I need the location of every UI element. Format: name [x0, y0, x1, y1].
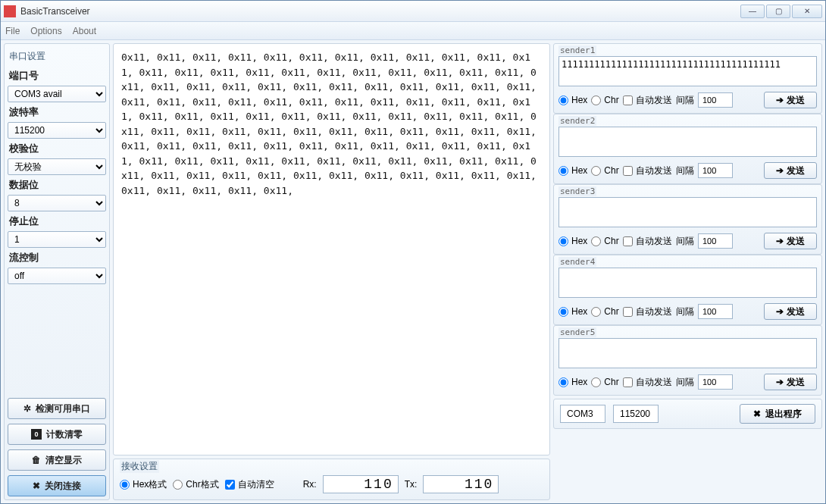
sender-hex-radio[interactable]: Hex [558, 95, 587, 105]
databits-label: 数据位 [9, 178, 106, 192]
sender-auto-checkbox[interactable]: 自动发送 [623, 305, 672, 318]
receive-textarea[interactable]: 0x11, 0x11, 0x11, 0x11, 0x11, 0x11, 0x11… [113, 43, 550, 455]
interval-input[interactable] [698, 233, 733, 249]
detect-ports-label: 检测可用串口 [36, 402, 90, 415]
tx-label: Tx: [405, 479, 418, 490]
window-title: BasicTransceiver [20, 6, 740, 17]
arrow-right-icon: ➔ [776, 95, 784, 105]
databits-select[interactable]: 8 [8, 195, 106, 211]
send-button[interactable]: ➔发送 [764, 233, 817, 249]
sender-auto-checkbox[interactable]: 自动发送 [623, 235, 672, 248]
send-button[interactable]: ➔发送 [764, 374, 817, 390]
rx-chr-radio[interactable]: Chr格式 [173, 478, 218, 491]
exit-button[interactable]: ✖ 退出程序 [740, 404, 815, 424]
flow-select[interactable]: off [8, 268, 106, 284]
arrow-right-icon: ➔ [776, 306, 784, 317]
flow-label: 流控制 [9, 251, 106, 265]
interval-input[interactable] [698, 374, 733, 390]
x-icon: ✖ [33, 481, 40, 491]
interval-label: 间隔 [676, 164, 694, 177]
send-button[interactable]: ➔发送 [764, 303, 817, 320]
sender-legend: sender2 [558, 116, 596, 126]
interval-input[interactable] [698, 163, 733, 178]
interval-input[interactable] [698, 304, 733, 319]
arrow-right-icon: ➔ [776, 165, 784, 176]
sender-input[interactable] [558, 127, 817, 157]
clear-display-label: 清空显示 [45, 454, 82, 467]
stopbits-select[interactable]: 1 [8, 231, 106, 248]
sender-hex-radio[interactable]: Hex [558, 377, 587, 387]
sender-chr-radio[interactable]: Chr [591, 306, 618, 317]
interval-label: 间隔 [676, 376, 694, 389]
sender-5: sender5HexChr自动发送间隔➔发送 [553, 325, 822, 396]
menu-file[interactable]: File [5, 26, 20, 36]
titlebar: BasicTransceiver — ▢ ✕ [1, 1, 825, 22]
senders-panel: sender1111111111111111111111111111111111… [553, 43, 822, 500]
sender-input[interactable] [558, 338, 817, 368]
sender-3: sender3HexChr自动发送间隔➔发送 [553, 184, 822, 255]
status-baud: 115200 [613, 405, 659, 423]
send-button[interactable]: ➔发送 [764, 162, 817, 179]
status-bar: COM3 115200 ✖ 退出程序 [553, 399, 822, 429]
sender-hex-radio[interactable]: Hex [558, 165, 587, 176]
interval-label: 间隔 [676, 235, 694, 248]
exit-label: 退出程序 [765, 408, 802, 421]
sender-input[interactable] [558, 268, 817, 298]
sender-input[interactable] [558, 197, 817, 227]
parity-select[interactable]: 无校验 [8, 158, 106, 175]
tx-counter: 110 [423, 475, 499, 493]
sender-4: sender4HexChr自动发送间隔➔发送 [553, 255, 822, 325]
baud-select[interactable]: 115200 [8, 122, 106, 139]
reset-counter-button[interactable]: 0 计数清零 [8, 424, 106, 445]
app-icon [4, 5, 16, 17]
detect-ports-button[interactable]: ✲ 检测可用串口 [8, 398, 106, 419]
sender-auto-checkbox[interactable]: 自动发送 [623, 376, 672, 389]
rx-label: Rx: [303, 479, 317, 490]
autoclear-checkbox[interactable]: 自动清空 [225, 478, 274, 491]
close-connection-button[interactable]: ✖ 关闭连接 [8, 475, 106, 496]
menubar: File Options About [1, 22, 825, 40]
exit-icon: ✖ [753, 409, 761, 419]
send-button[interactable]: ➔发送 [764, 92, 817, 108]
sender-chr-radio[interactable]: Chr [591, 377, 618, 387]
receive-settings-panel: 接收设置 Hex格式 Chr格式 自动清空 Rx: 110 Tx: 110 [113, 459, 550, 500]
serial-settings-panel: 串口设置 端口号 COM3 avail 波特率 115200 校验位 无校验 数… [4, 43, 110, 500]
window-buttons: — ▢ ✕ [740, 5, 822, 18]
rx-hex-radio[interactable]: Hex格式 [120, 478, 167, 491]
sender-chr-radio[interactable]: Chr [591, 165, 618, 176]
interval-label: 间隔 [676, 305, 694, 318]
port-label: 端口号 [9, 69, 106, 83]
receive-settings-legend: 接收设置 [120, 460, 159, 473]
minimize-button[interactable]: — [740, 5, 765, 18]
sender-auto-checkbox[interactable]: 自动发送 [623, 94, 672, 107]
sender-hex-radio[interactable]: Hex [558, 236, 587, 246]
status-port: COM3 [560, 405, 605, 423]
sender-legend: sender5 [558, 327, 596, 337]
maximize-button[interactable]: ▢ [766, 5, 790, 18]
trash-icon: 🗑 [32, 455, 41, 465]
sender-legend: sender4 [558, 257, 596, 267]
zero-icon: 0 [31, 429, 42, 440]
baud-label: 波特率 [9, 105, 106, 119]
parity-label: 校验位 [9, 142, 106, 155]
loading-icon: ✲ [23, 403, 31, 414]
close-button[interactable]: ✕ [792, 5, 822, 18]
interval-label: 间隔 [676, 94, 694, 107]
stopbits-label: 停止位 [9, 214, 106, 228]
sender-chr-radio[interactable]: Chr [591, 236, 618, 246]
serial-settings-legend: 串口设置 [9, 50, 106, 63]
interval-input[interactable] [698, 92, 733, 108]
menu-options[interactable]: Options [30, 26, 61, 36]
arrow-right-icon: ➔ [776, 377, 784, 387]
clear-display-button[interactable]: 🗑 清空显示 [8, 449, 106, 471]
port-select[interactable]: COM3 avail [8, 86, 106, 102]
sender-chr-radio[interactable]: Chr [591, 95, 618, 105]
sender-hex-radio[interactable]: Hex [558, 306, 587, 317]
sender-input[interactable]: 1111111111111111111111111111111111111111 [558, 56, 817, 86]
reset-counter-label: 计数清零 [46, 428, 83, 441]
sender-auto-checkbox[interactable]: 自动发送 [623, 164, 672, 177]
sender-legend: sender3 [558, 186, 596, 196]
rx-counter: 110 [323, 475, 399, 493]
menu-about[interactable]: About [73, 26, 96, 36]
arrow-right-icon: ➔ [776, 236, 784, 246]
